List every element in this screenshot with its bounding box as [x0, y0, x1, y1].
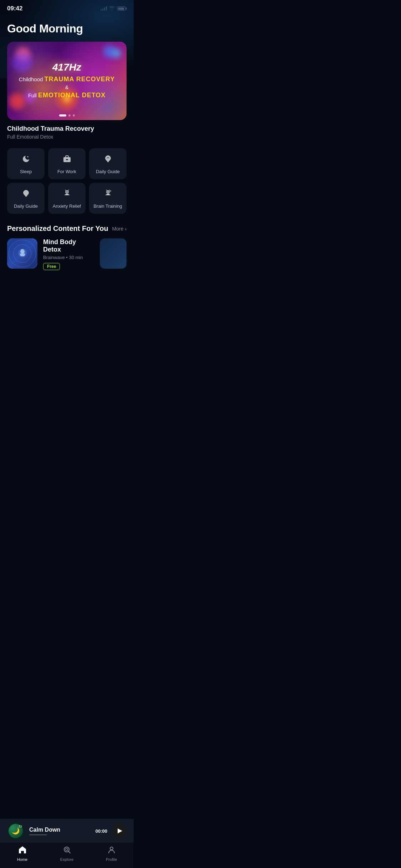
personalized-title: Personalized Content For You — [7, 224, 108, 233]
content-badge-free: Free — [43, 263, 60, 270]
partial-next-card — [100, 238, 127, 269]
category-grid: Sleep For Work — [7, 148, 127, 214]
daily-guide-icon-2 — [22, 189, 30, 200]
daily-guide-label-1: Daily Guide — [96, 169, 120, 174]
status-bar: 09:42 — [0, 0, 134, 15]
hero-dots — [59, 114, 75, 117]
svg-rect-12 — [108, 194, 108, 195]
sleep-icon — [22, 155, 30, 165]
content-title-mind-body-detox: Mind Body Detox — [43, 238, 94, 253]
svg-point-9 — [106, 190, 110, 194]
for-work-label: For Work — [57, 169, 76, 174]
wifi-icon — [109, 6, 115, 11]
svg-point-11 — [108, 191, 109, 192]
svg-point-0 — [27, 156, 29, 157]
daily-guide-icon-1 — [104, 155, 112, 165]
hero-text: 417Hz Childhood TRAUMA RECOVERY & Full E… — [7, 42, 127, 120]
status-time: 09:42 — [7, 5, 22, 12]
anxiety-relief-label: Anxiety Relief — [53, 203, 81, 209]
category-item-brain-training[interactable]: Brain Training — [89, 183, 127, 214]
hero-line1: Childhood TRAUMA RECOVERY — [19, 76, 115, 82]
svg-point-7 — [67, 191, 68, 192]
content-card-mind-body-detox[interactable]: Mind Body Detox Brainwave • 30 min Free — [7, 238, 127, 276]
card-subtitle: Full Emotional Detox — [7, 134, 127, 140]
hero-card[interactable]: 417Hz Childhood TRAUMA RECOVERY & Full E… — [7, 42, 127, 120]
dot-2 — [68, 114, 71, 117]
more-button[interactable]: More › — [112, 226, 127, 232]
hero-hz: 417Hz — [52, 62, 81, 73]
content-cards-area: Mind Body Detox Brainwave • 30 min Free — [7, 238, 127, 283]
signal-icon — [101, 6, 107, 11]
brain-training-icon — [104, 189, 112, 200]
content-info-mind-body-detox: Mind Body Detox Brainwave • 30 min Free — [43, 238, 94, 270]
greeting-text: Good Morning — [7, 22, 127, 35]
daily-guide-label-2: Daily Guide — [14, 203, 38, 209]
more-label: More — [112, 226, 123, 232]
svg-rect-8 — [67, 194, 67, 195]
personalized-section-header: Personalized Content For You More › — [7, 224, 127, 233]
content-meta-mind-body-detox: Brainwave • 30 min — [43, 255, 94, 260]
card-title: Childhood Trauma Recovery — [7, 125, 127, 133]
anxiety-relief-icon — [63, 189, 71, 200]
svg-point-6 — [66, 191, 67, 192]
dot-3 — [73, 114, 75, 117]
hero-highlight1: TRAUMA RECOVERY — [45, 76, 115, 83]
category-item-for-work[interactable]: For Work — [48, 148, 86, 179]
category-item-daily-guide-1[interactable]: Daily Guide — [89, 148, 127, 179]
category-item-anxiety-relief[interactable]: Anxiety Relief — [48, 183, 86, 214]
mind-body-thumb-icon — [16, 247, 29, 260]
svg-point-16 — [20, 249, 25, 254]
sleep-label: Sleep — [20, 169, 32, 174]
hero-line2: Full EMOTIONAL DETOX — [28, 92, 106, 98]
status-icons — [101, 6, 127, 11]
hero-highlight2: EMOTIONAL DETOX — [38, 92, 106, 99]
svg-point-13 — [110, 190, 111, 192]
card-caption: Childhood Trauma Recovery Full Emotional… — [7, 125, 127, 140]
for-work-icon — [63, 155, 71, 165]
category-item-sleep[interactable]: Sleep — [7, 148, 45, 179]
more-arrow: › — [125, 226, 127, 232]
dot-1 — [59, 114, 66, 117]
content-thumb-mind-body-detox — [7, 238, 37, 269]
brain-training-label: Brain Training — [93, 203, 122, 209]
svg-point-10 — [107, 191, 108, 192]
battery-icon — [117, 6, 127, 11]
category-item-daily-guide-2[interactable]: Daily Guide — [7, 183, 45, 214]
hero-amp: & — [65, 84, 68, 90]
